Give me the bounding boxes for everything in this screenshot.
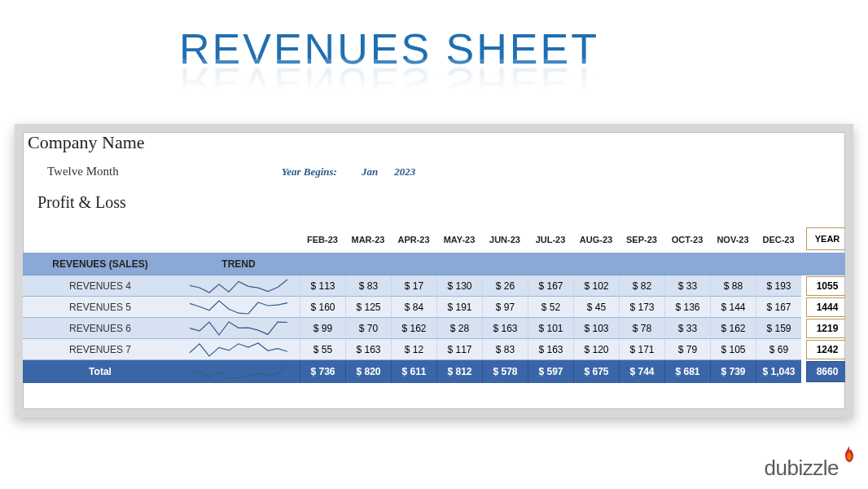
total-cell[interactable]: $ 812 (436, 360, 482, 383)
trend-header: TREND (178, 253, 300, 275)
data-cell[interactable]: $ 33 (664, 275, 710, 297)
year-begins-year: 2023 (394, 165, 415, 178)
year-cell[interactable]: 1055 (806, 276, 848, 296)
total-cell[interactable]: $ 681 (664, 360, 710, 383)
section-label: REVENUES (SALES) (23, 253, 178, 275)
hdr-year[interactable]: YEAR (806, 227, 848, 250)
data-cell[interactable]: $ 173 (619, 297, 664, 318)
data-cell[interactable]: $ 113 (300, 275, 345, 297)
hdr-blank-1 (23, 227, 178, 253)
year-begins-label: Year Begins: (282, 165, 337, 178)
data-cell[interactable]: $ 83 (345, 275, 391, 297)
data-cell[interactable]: $ 28 (436, 318, 482, 339)
data-cell[interactable]: $ 26 (482, 275, 528, 297)
total-cell[interactable]: $ 578 (482, 360, 528, 383)
sparkline (178, 360, 300, 383)
data-cell[interactable]: $ 117 (436, 339, 482, 360)
data-cell[interactable]: $ 130 (436, 275, 482, 297)
total-row: Total$ 736$ 820$ 611$ 812$ 578$ 597$ 675… (23, 360, 845, 383)
data-cell[interactable]: $ 52 (528, 297, 573, 318)
table-row: REVENUES 6$ 99$ 70$ 162$ 28$ 163$ 101$ 1… (23, 318, 845, 339)
data-cell[interactable]: $ 120 (573, 339, 619, 360)
hdr-month[interactable]: OCT-23 (664, 227, 710, 253)
period-line: Twelve Month Year Begins: Jan 2023 (23, 165, 845, 178)
total-cell[interactable]: $ 611 (391, 360, 436, 383)
row-label: REVENUES 4 (23, 275, 178, 297)
hdr-month[interactable]: JUL-23 (528, 227, 573, 253)
hdr-month[interactable]: APR-23 (391, 227, 436, 253)
sparkline (178, 275, 300, 297)
data-cell[interactable]: $ 162 (710, 318, 756, 339)
hdr-month[interactable]: NOV-23 (710, 227, 756, 253)
hdr-month[interactable]: SEP-23 (619, 227, 664, 253)
hdr-blank-2 (178, 227, 300, 253)
header-row: FEB-23 MAR-23 APR-23 MAY-23 JUN-23 JUL-2… (23, 227, 845, 253)
year-cell[interactable]: 1219 (806, 319, 848, 338)
data-cell[interactable]: $ 12 (391, 339, 436, 360)
total-cell[interactable]: $ 597 (528, 360, 573, 383)
row-label: REVENUES 6 (23, 318, 178, 339)
data-cell[interactable]: $ 78 (619, 318, 664, 339)
data-cell[interactable]: $ 102 (573, 275, 619, 297)
pnl-heading: Profit & Loss (23, 193, 845, 212)
data-cell[interactable]: $ 163 (345, 339, 391, 360)
table-row: REVENUES 4$ 113$ 83$ 17$ 130$ 26$ 167$ 1… (23, 275, 845, 297)
total-year[interactable]: 8660 (806, 361, 848, 382)
section-header-row: REVENUES (SALES) TREND (23, 253, 845, 275)
data-cell[interactable]: $ 88 (710, 275, 756, 297)
hdr-month[interactable]: DEC-23 (756, 227, 801, 253)
watermark-text: dubizzle (765, 456, 839, 481)
data-cell[interactable]: $ 163 (482, 318, 528, 339)
data-cell[interactable]: $ 167 (528, 275, 573, 297)
row-label: REVENUES 5 (23, 297, 178, 318)
page-title-reflection: REVENUES SHEET (179, 59, 599, 108)
hdr-month[interactable]: MAY-23 (436, 227, 482, 253)
total-label: Total (23, 360, 178, 383)
data-cell[interactable]: $ 17 (391, 275, 436, 297)
data-cell[interactable]: $ 160 (300, 297, 345, 318)
data-cell[interactable]: $ 171 (619, 339, 664, 360)
data-cell[interactable]: $ 70 (345, 318, 391, 339)
spreadsheet: Company Name Twelve Month Year Begins: J… (23, 132, 845, 409)
flame-icon (842, 444, 857, 469)
hdr-month[interactable]: FEB-23 (300, 227, 345, 253)
total-cell[interactable]: $ 739 (710, 360, 756, 383)
hdr-month[interactable]: JUN-23 (482, 227, 528, 253)
data-cell[interactable]: $ 55 (300, 339, 345, 360)
data-cell[interactable]: $ 167 (756, 297, 801, 318)
hdr-month[interactable]: AUG-23 (573, 227, 619, 253)
data-cell[interactable]: $ 163 (528, 339, 573, 360)
year-begins-month: Jan (362, 165, 378, 178)
data-cell[interactable]: $ 97 (482, 297, 528, 318)
total-cell[interactable]: $ 736 (300, 360, 345, 383)
total-cell[interactable]: $ 744 (619, 360, 664, 383)
year-cell[interactable]: 1444 (806, 297, 848, 317)
sparkline (178, 318, 300, 339)
data-cell[interactable]: $ 82 (619, 275, 664, 297)
data-cell[interactable]: $ 103 (573, 318, 619, 339)
total-cell[interactable]: $ 675 (573, 360, 619, 383)
period-label: Twelve Month (47, 165, 119, 178)
data-cell[interactable]: $ 191 (436, 297, 482, 318)
year-cell[interactable]: 1242 (806, 340, 848, 359)
data-cell[interactable]: $ 99 (300, 318, 345, 339)
total-cell[interactable]: $ 820 (345, 360, 391, 383)
data-cell[interactable]: $ 144 (710, 297, 756, 318)
data-cell[interactable]: $ 79 (664, 339, 710, 360)
total-cell[interactable]: $ 1,043 (756, 360, 801, 383)
hdr-month[interactable]: MAR-23 (345, 227, 391, 253)
data-cell[interactable]: $ 136 (664, 297, 710, 318)
company-name: Company Name (23, 132, 845, 153)
data-cell[interactable]: $ 101 (528, 318, 573, 339)
data-cell[interactable]: $ 33 (664, 318, 710, 339)
sparkline (178, 297, 300, 318)
data-cell[interactable]: $ 105 (710, 339, 756, 360)
data-cell[interactable]: $ 69 (756, 339, 801, 360)
data-cell[interactable]: $ 83 (482, 339, 528, 360)
data-cell[interactable]: $ 84 (391, 297, 436, 318)
data-cell[interactable]: $ 159 (756, 318, 801, 339)
data-cell[interactable]: $ 162 (391, 318, 436, 339)
data-cell[interactable]: $ 45 (573, 297, 619, 318)
data-cell[interactable]: $ 193 (756, 275, 801, 297)
data-cell[interactable]: $ 125 (345, 297, 391, 318)
